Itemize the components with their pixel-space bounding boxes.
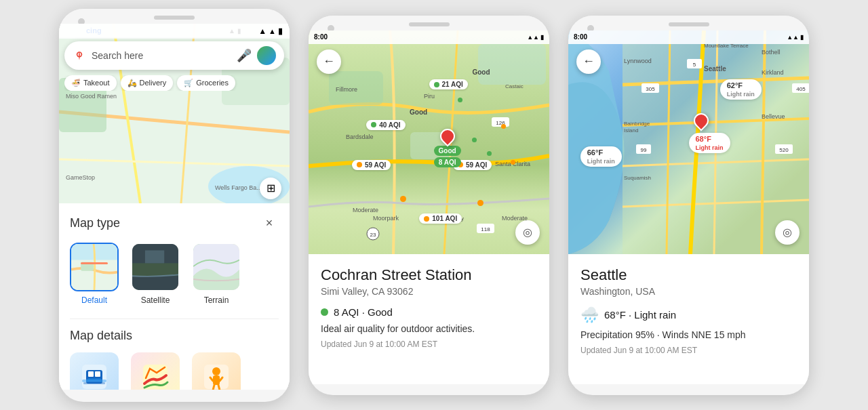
- map-type-title: Map type: [70, 216, 120, 230]
- phone-2-back-btn[interactable]: ←: [317, 49, 341, 74]
- aqi-dot-green: [434, 82, 439, 87]
- location-addr-3: Washington, USA: [580, 286, 797, 297]
- delivery-label: Delivery: [140, 79, 167, 87]
- aqi-green-dot: [321, 308, 328, 316]
- phone-3-time: 8:00: [574, 33, 587, 41]
- svg-text:Miso Good Ramen: Miso Good Ramen: [66, 93, 117, 100]
- default-preview: [71, 244, 117, 290]
- svg-text:Bardsdale: Bardsdale: [346, 134, 374, 140]
- map-type-terrain[interactable]: Terrain: [192, 243, 241, 305]
- svg-rect-17: [81, 262, 94, 270]
- location-addr-2: Simi Valley, CA 93062: [321, 286, 537, 297]
- search-text: Search here: [92, 50, 231, 61]
- svg-text:Piru: Piru: [424, 93, 435, 100]
- aqi-dot-40: [371, 122, 376, 127]
- map-detail-streetview[interactable]: Street View: [192, 352, 241, 390]
- svg-text:Suquamish: Suquamish: [624, 175, 651, 181]
- phone-speaker-1: [154, 16, 195, 20]
- map-type-header: Map type ×: [70, 214, 279, 233]
- phone-3-back-btn[interactable]: ←: [576, 49, 601, 74]
- svg-text:Bainbridge: Bainbridge: [624, 121, 650, 127]
- locate-icon-3: ◎: [783, 226, 792, 239]
- mic-icon[interactable]: 🎤: [237, 48, 252, 63]
- map-detail-traffic[interactable]: Traffic: [131, 352, 180, 390]
- location-pin-3: [694, 113, 709, 128]
- default-thumb: [70, 243, 119, 291]
- phone-2-locate-btn[interactable]: ◎: [515, 220, 540, 245]
- groceries-label: Groceries: [196, 79, 229, 87]
- phone-1-map: Miso Good Ramen Wells Fargo Ba... GameSt…: [59, 24, 290, 203]
- takeout-label: Takeout: [83, 79, 110, 87]
- pin-head-3: [690, 110, 711, 131]
- map-type-satellite[interactable]: Satellite: [131, 243, 180, 305]
- cond-62: Light rain: [727, 91, 755, 98]
- phone-3-locate-btn[interactable]: ◎: [775, 220, 800, 245]
- user-avatar[interactable]: [257, 46, 276, 65]
- aqi-59-left-label: 59 AQI: [365, 161, 386, 169]
- aqi-description-2: Ideal air quality for outdoor activities…: [321, 323, 537, 334]
- svg-text:520: 520: [779, 147, 789, 153]
- map-type-panel: Map type ×: [59, 203, 290, 390]
- signal-icon: ▲: [269, 27, 276, 35]
- takeout-chip[interactable]: 🍜 Takeout: [64, 75, 117, 91]
- close-icon: ×: [266, 216, 273, 230]
- phone-speaker-2: [409, 22, 450, 26]
- back-arrow-icon: ←: [323, 54, 335, 68]
- phone-2-screen: Fillmore Bardsdale Moorpark Piru Simi Va…: [309, 30, 549, 384]
- search-bar[interactable]: Search here 🎤: [64, 41, 284, 70]
- temp-62: 62°F: [727, 81, 743, 89]
- phone-2-battery: ▮: [540, 34, 544, 41]
- satellite-thumb: [131, 243, 180, 291]
- weather-badge-68-pin: 68°F Light rain: [689, 133, 730, 153]
- aqi-40-label: 40 AQI: [379, 121, 400, 129]
- delivery-chip[interactable]: 🛵 Delivery: [121, 75, 174, 91]
- phone-1-content: Miso Good Ramen Wells Fargo Ba... GameSt…: [59, 24, 290, 390]
- svg-line-35: [213, 385, 214, 390]
- default-label: Default: [81, 295, 107, 305]
- satellite-preview: [132, 244, 178, 290]
- close-button[interactable]: ×: [260, 214, 279, 233]
- phone-2-status: 8:00 ▲▲ ▮: [309, 30, 549, 44]
- traffic-thumb: [131, 352, 180, 390]
- temp-66: 66°F: [587, 148, 603, 157]
- svg-rect-38: [478, 44, 546, 85]
- svg-text:Castaic: Castaic: [505, 83, 524, 89]
- aqi-101-label: 101 AQI: [432, 215, 457, 222]
- aqi-59-right-label: 59 AQI: [466, 161, 487, 169]
- map-type-default[interactable]: Default: [70, 243, 119, 305]
- phone-1-top-bar: [59, 9, 290, 24]
- aqi-badge-101: 101 AQI: [419, 213, 462, 224]
- quality-good-2: Good: [410, 108, 427, 116]
- phone-2-signal: ▲▲: [527, 34, 539, 41]
- svg-text:99: 99: [641, 147, 647, 153]
- svg-line-2: [59, 159, 290, 166]
- temp-68: 68°F: [696, 135, 711, 143]
- map-type-options: Default: [70, 243, 279, 305]
- map3-background: 5 405 305 520 99 Seattle Kirkland Bothel…: [568, 30, 809, 254]
- aqi-value-2: 8 AQI · Good: [334, 306, 393, 318]
- svg-text:5: 5: [693, 62, 696, 68]
- phone-2-location-panel: Cochran Street Station Simi Valley, CA 9…: [309, 254, 549, 357]
- svg-text:Moderate: Moderate: [353, 207, 378, 213]
- svg-text:Seattle: Seattle: [704, 65, 726, 73]
- phone-2: Fillmore Bardsdale Moorpark Piru Simi Va…: [309, 16, 549, 395]
- svg-point-31: [212, 367, 220, 375]
- location-name-3: Seattle: [580, 266, 797, 284]
- locate-icon-2: ◎: [523, 226, 532, 239]
- google-maps-logo: [73, 49, 86, 62]
- battery-icon: ▮: [278, 26, 283, 36]
- phone-3-status: 8:00 ▲▲ ▮: [568, 30, 809, 44]
- status-icons: ▲ ▲ ▮: [258, 26, 283, 36]
- phone-3-screen: 5 405 305 520 99 Seattle Kirkland Bothel…: [568, 30, 809, 384]
- phone-1: Miso Good Ramen Wells Fargo Ba... GameSt…: [59, 9, 290, 402]
- quick-chips: 🍜 Takeout 🛵 Delivery 🛒 Groceries: [64, 75, 284, 91]
- orange-dot-2: [477, 200, 484, 206]
- map-detail-transit[interactable]: Transit: [70, 352, 119, 390]
- svg-text:Bothell: Bothell: [762, 49, 781, 56]
- terrain-preview: [193, 244, 239, 290]
- layers-btn[interactable]: ⊞: [260, 178, 281, 199]
- groceries-chip[interactable]: 🛒 Groceries: [177, 75, 235, 91]
- location-pin-2: Good 8 AQI: [434, 129, 461, 167]
- svg-text:Wells Fargo Ba...: Wells Fargo Ba...: [215, 184, 262, 191]
- aqi-dot-59-left: [357, 162, 362, 167]
